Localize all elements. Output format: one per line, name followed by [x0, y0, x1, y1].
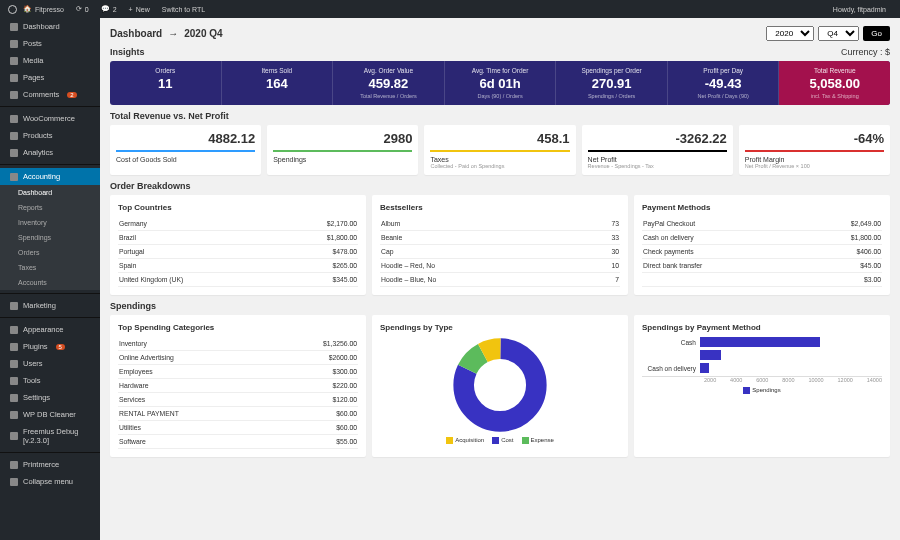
sidebar-item-label: WP DB Cleaner	[23, 410, 76, 419]
sidebar-item-media[interactable]: Media	[0, 52, 100, 69]
wrench-icon	[10, 377, 18, 385]
site-name[interactable]: 🏠 Fitpresso	[23, 5, 70, 13]
svg-point-5	[479, 364, 520, 405]
bug-icon	[10, 432, 18, 440]
spending-categories-card: Top Spending CategoriesInventory$1,3256.…	[110, 315, 366, 457]
collapse-icon	[10, 478, 18, 486]
sidebar-item-users[interactable]: Users	[0, 355, 100, 372]
table-row: United Kingdom (UK)$345.00	[118, 273, 358, 287]
sidebar-item-label: Marketing	[23, 301, 56, 310]
go-button[interactable]: Go	[863, 26, 890, 41]
insights-heading: Insights	[110, 47, 145, 57]
breadcrumb: Dashboard → 2020 Q4 2020 Q4 Go	[110, 26, 890, 41]
spendings-by-payment-card: Spendings by Payment Method CashCash on …	[634, 315, 890, 457]
sidebar-item-printmerce[interactable]: Printmerce	[0, 456, 100, 473]
sidebar-item-plugins[interactable]: Plugins5	[0, 338, 100, 355]
insight-tile: Avg. Time for Order6d 01hDays (90) / Ord…	[445, 61, 557, 105]
sidebar-item-label: Appearance	[23, 325, 63, 334]
sidebar-item-label: Pages	[23, 73, 44, 82]
spendings-by-type-card: Spendings by Type AcquisitionCostExpense	[372, 315, 628, 457]
sidebar-item-marketing[interactable]: Marketing	[0, 297, 100, 314]
table-row: Services$120.00	[118, 393, 358, 407]
sidebar-item-settings[interactable]: Settings	[0, 389, 100, 406]
year-select[interactable]: 2020	[766, 26, 814, 41]
kpi-row: 4882.12Cost of Goods Sold2980Spendings45…	[110, 125, 890, 175]
sidebar-item-pages[interactable]: Pages	[0, 69, 100, 86]
calc-icon	[10, 173, 18, 181]
donut-legend: AcquisitionCostExpense	[380, 437, 620, 444]
bestsellers-card: BestsellersAlbum73Beanie33Cap30Hoodie – …	[372, 195, 628, 295]
gear-icon	[10, 394, 18, 402]
badge: 2	[67, 92, 76, 98]
table-row: Hoodie – Blue, No7	[380, 273, 620, 287]
user-icon	[10, 360, 18, 368]
table-row: Germany$2,170.00	[118, 217, 358, 231]
sidebar-item-freemius-debug-v-2-3-0-[interactable]: Freemius Debug [v.2.3.0]	[0, 423, 100, 449]
table-row: Hoodie – Red, No10	[380, 259, 620, 273]
sidebar-item-label: Collapse menu	[23, 477, 73, 486]
currency-label: Currency : $	[841, 47, 890, 57]
sidebar-item-posts[interactable]: Posts	[0, 35, 100, 52]
table-row: Album73	[380, 217, 620, 231]
speedometer-icon	[10, 23, 18, 31]
megaphone-icon	[10, 302, 18, 310]
sidebar-item-label: Comments	[23, 90, 59, 99]
sidebar-item-label: Analytics	[23, 148, 53, 157]
wp-logo-icon[interactable]	[8, 5, 17, 14]
sidebar-subitem[interactable]: Spendings	[0, 230, 100, 245]
rtl-switch[interactable]: Switch to RTL	[162, 6, 205, 13]
insight-tile: Total Revenue5,058.00incl. Tax & Shippin…	[779, 61, 890, 105]
sidebar-item-label: Freemius Debug [v.2.3.0]	[23, 427, 92, 445]
updates-icon[interactable]: ⟳ 0	[76, 5, 95, 13]
box-icon	[10, 132, 18, 140]
sidebar-subitem[interactable]: Dashboard	[0, 185, 100, 200]
kpi-card: -3262.22Net ProfitRevenue - Spendings - …	[582, 125, 733, 175]
sidebar-item-appearance[interactable]: Appearance	[0, 321, 100, 338]
top-countries-card: Top CountriesGermany$2,170.00Brazil$1,80…	[110, 195, 366, 295]
sidebar-item-analytics[interactable]: Analytics	[0, 144, 100, 161]
table-row: Utilities$60.00	[118, 421, 358, 435]
db-icon	[10, 411, 18, 419]
insight-tile: Items Sold164	[222, 61, 334, 105]
spendings-heading: Spendings	[110, 301, 156, 311]
horizontal-bar-chart: CashCash on delivery	[642, 337, 882, 373]
quarter-select[interactable]: Q4	[818, 26, 859, 41]
sidebar-subitem[interactable]: Accounts	[0, 275, 100, 290]
sidebar-item-comments[interactable]: Comments2	[0, 86, 100, 103]
sidebar-item-wp-db-cleaner[interactable]: WP DB Cleaner	[0, 406, 100, 423]
order-breakdowns-heading: Order Breakdowns	[110, 181, 191, 191]
sidebar-subitem[interactable]: Reports	[0, 200, 100, 215]
sidebar-subitem[interactable]: Taxes	[0, 260, 100, 275]
sidebar-item-collapse-menu[interactable]: Collapse menu	[0, 473, 100, 490]
comments-icon[interactable]: 💬 2	[101, 5, 123, 13]
table-row: Check payments$406.00	[642, 245, 882, 259]
sidebar-subitem[interactable]: Inventory	[0, 215, 100, 230]
table-row: Online Advertising$2600.00	[118, 351, 358, 365]
table-row: Cash on delivery$1,800.00	[642, 231, 882, 245]
sidebar-item-accounting[interactable]: Accounting	[0, 168, 100, 185]
insight-tile: Orders11	[110, 61, 222, 105]
badge: 5	[56, 344, 65, 350]
howdy-user[interactable]: Howdy, fitpadmin	[833, 6, 886, 13]
insight-tile: Profit per Day-49.43Net Profit / Days (9…	[668, 61, 780, 105]
insight-tile: Spendings per Order270.91Spendings / Ord…	[556, 61, 668, 105]
kpi-card: 4882.12Cost of Goods Sold	[110, 125, 261, 175]
insight-tile: Avg. Order Value459.82Total Revenue / Or…	[333, 61, 445, 105]
table-row: $3.00	[642, 273, 882, 287]
crumb-period: 2020 Q4	[184, 28, 222, 39]
pin-icon	[10, 40, 18, 48]
sidebar-item-woocommerce[interactable]: WooCommerce	[0, 110, 100, 127]
bar-row: Cash	[642, 337, 882, 347]
table-row: PayPal Checkout$2,649.00	[642, 217, 882, 231]
crumb-dashboard[interactable]: Dashboard	[110, 28, 162, 39]
sidebar-item-dashboard[interactable]: Dashboard	[0, 18, 100, 35]
bar-row: Cash on delivery	[642, 363, 882, 373]
sidebar-subitem[interactable]: Orders	[0, 245, 100, 260]
bar-row	[642, 350, 882, 360]
sidebar-item-products[interactable]: Products	[0, 127, 100, 144]
woo-icon	[10, 115, 18, 123]
sidebar-item-tools[interactable]: Tools	[0, 372, 100, 389]
revenue-heading: Total Revenue vs. Net Profit	[110, 111, 229, 121]
new-link[interactable]: + New	[129, 6, 156, 13]
table-row: Employees$300.00	[118, 365, 358, 379]
